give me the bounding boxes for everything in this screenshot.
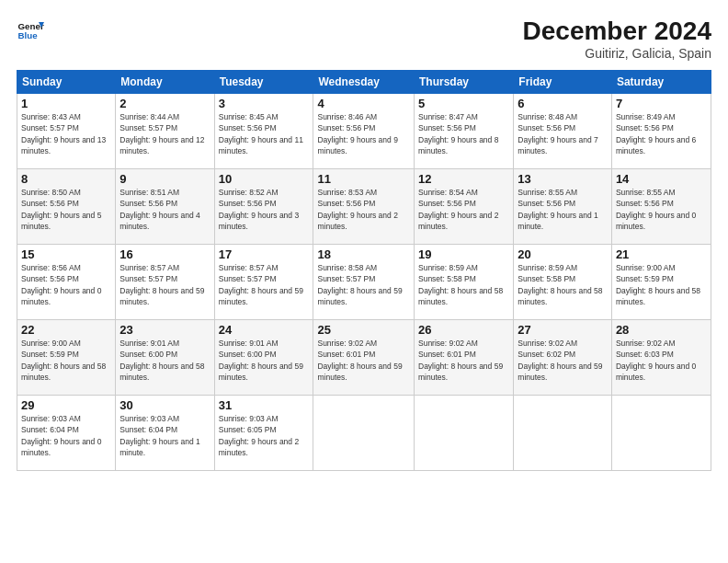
day-detail: Sunrise: 8:58 AM Sunset: 5:57 PM Dayligh… (317, 262, 410, 307)
calendar-cell: 13 Sunrise: 8:55 AM Sunset: 5:56 PM Dayl… (514, 169, 612, 245)
day-detail: Sunrise: 9:00 AM Sunset: 5:59 PM Dayligh… (21, 338, 111, 383)
day-detail: Sunrise: 9:00 AM Sunset: 5:59 PM Dayligh… (616, 262, 707, 307)
calendar-cell: 2 Sunrise: 8:44 AM Sunset: 5:57 PM Dayli… (116, 94, 214, 169)
day-number: 21 (616, 247, 707, 261)
calendar-cell: 3 Sunrise: 8:45 AM Sunset: 5:56 PM Dayli… (214, 94, 313, 169)
calendar-cell: 18 Sunrise: 8:58 AM Sunset: 5:57 PM Dayl… (313, 245, 415, 320)
calendar-cell: 10 Sunrise: 8:52 AM Sunset: 5:56 PM Dayl… (214, 169, 313, 245)
day-number: 3 (219, 97, 310, 110)
day-detail: Sunrise: 8:57 AM Sunset: 5:57 PM Dayligh… (119, 262, 210, 307)
table-row: 1 Sunrise: 8:43 AM Sunset: 5:57 PM Dayli… (17, 94, 711, 169)
calendar-cell: 1 Sunrise: 8:43 AM Sunset: 5:57 PM Dayli… (17, 94, 116, 169)
calendar-cell: 4 Sunrise: 8:46 AM Sunset: 5:56 PM Dayli… (313, 94, 415, 169)
calendar-cell: 6 Sunrise: 8:48 AM Sunset: 5:56 PM Dayli… (514, 94, 612, 169)
day-detail: Sunrise: 8:52 AM Sunset: 5:56 PM Dayligh… (219, 187, 310, 232)
day-number: 12 (418, 172, 509, 186)
col-saturday: Saturday (611, 71, 711, 94)
day-number: 8 (21, 172, 111, 186)
day-number: 18 (317, 247, 410, 261)
calendar-cell: 27 Sunrise: 9:02 AM Sunset: 6:02 PM Dayl… (514, 320, 612, 396)
calendar-cell: 28 Sunrise: 9:02 AM Sunset: 6:03 PM Dayl… (611, 320, 711, 396)
day-number: 25 (317, 323, 410, 337)
logo-icon: General Blue (17, 17, 44, 44)
day-number: 15 (21, 247, 111, 261)
day-detail: Sunrise: 8:44 AM Sunset: 5:57 PM Dayligh… (119, 111, 210, 156)
day-number: 7 (616, 97, 707, 110)
table-row: 15 Sunrise: 8:56 AM Sunset: 5:56 PM Dayl… (17, 245, 711, 320)
day-number: 19 (418, 247, 509, 261)
day-detail: Sunrise: 8:51 AM Sunset: 5:56 PM Dayligh… (119, 187, 210, 232)
day-detail: Sunrise: 9:03 AM Sunset: 6:04 PM Dayligh… (21, 413, 111, 458)
day-detail: Sunrise: 8:53 AM Sunset: 5:56 PM Dayligh… (317, 187, 410, 232)
day-detail: Sunrise: 8:59 AM Sunset: 5:58 PM Dayligh… (418, 262, 509, 307)
day-detail: Sunrise: 8:57 AM Sunset: 5:57 PM Dayligh… (219, 262, 310, 307)
col-sunday: Sunday (17, 71, 116, 94)
day-number: 5 (418, 97, 509, 110)
day-number: 30 (119, 398, 210, 412)
day-detail: Sunrise: 9:01 AM Sunset: 6:00 PM Dayligh… (119, 338, 210, 383)
page: General Blue December 2024 Guitiriz, Gal… (0, 0, 728, 563)
calendar-cell: 21 Sunrise: 9:00 AM Sunset: 5:59 PM Dayl… (611, 245, 711, 320)
day-detail: Sunrise: 9:02 AM Sunset: 6:03 PM Dayligh… (616, 338, 707, 383)
header: General Blue December 2024 Guitiriz, Gal… (17, 17, 711, 61)
day-number: 31 (219, 398, 310, 412)
header-row: Sunday Monday Tuesday Wednesday Thursday… (17, 71, 711, 94)
calendar-cell: 17 Sunrise: 8:57 AM Sunset: 5:57 PM Dayl… (214, 245, 313, 320)
day-detail: Sunrise: 9:01 AM Sunset: 6:00 PM Dayligh… (219, 338, 310, 383)
day-detail: Sunrise: 9:03 AM Sunset: 6:05 PM Dayligh… (219, 413, 310, 458)
calendar-cell: 11 Sunrise: 8:53 AM Sunset: 5:56 PM Dayl… (313, 169, 415, 245)
calendar-cell: 7 Sunrise: 8:49 AM Sunset: 5:56 PM Dayli… (611, 94, 711, 169)
calendar-cell: 25 Sunrise: 9:02 AM Sunset: 6:01 PM Dayl… (313, 320, 415, 396)
calendar-cell: 8 Sunrise: 8:50 AM Sunset: 5:56 PM Dayli… (17, 169, 116, 245)
calendar-cell: 12 Sunrise: 8:54 AM Sunset: 5:56 PM Dayl… (415, 169, 514, 245)
calendar-table: Sunday Monday Tuesday Wednesday Thursday… (17, 70, 711, 471)
day-number: 9 (119, 172, 210, 186)
calendar-cell: 31 Sunrise: 9:03 AM Sunset: 6:05 PM Dayl… (214, 396, 313, 471)
day-detail: Sunrise: 9:02 AM Sunset: 6:02 PM Dayligh… (518, 338, 608, 383)
day-number: 11 (317, 172, 410, 186)
svg-text:Blue: Blue (18, 30, 39, 40)
calendar-cell: 14 Sunrise: 8:55 AM Sunset: 5:56 PM Dayl… (611, 169, 711, 245)
day-detail: Sunrise: 8:49 AM Sunset: 5:56 PM Dayligh… (616, 111, 707, 156)
calendar-cell: 30 Sunrise: 9:03 AM Sunset: 6:04 PM Dayl… (116, 396, 214, 471)
day-number: 26 (418, 323, 509, 337)
day-number: 13 (518, 172, 608, 186)
day-detail: Sunrise: 8:46 AM Sunset: 5:56 PM Dayligh… (317, 111, 410, 156)
col-friday: Friday (514, 71, 612, 94)
calendar-cell: 15 Sunrise: 8:56 AM Sunset: 5:56 PM Dayl… (17, 245, 116, 320)
table-row: 8 Sunrise: 8:50 AM Sunset: 5:56 PM Dayli… (17, 169, 711, 245)
day-detail: Sunrise: 8:48 AM Sunset: 5:56 PM Dayligh… (518, 111, 608, 156)
day-number: 24 (219, 323, 310, 337)
day-number: 16 (119, 247, 210, 261)
calendar-cell (313, 396, 415, 471)
title-block: December 2024 Guitiriz, Galicia, Spain (523, 17, 711, 61)
day-number: 4 (317, 97, 410, 110)
calendar-cell (514, 396, 612, 471)
day-number: 14 (616, 172, 707, 186)
subtitle: Guitiriz, Galicia, Spain (523, 46, 711, 61)
calendar-cell (415, 396, 514, 471)
day-number: 22 (21, 323, 111, 337)
day-detail: Sunrise: 8:47 AM Sunset: 5:56 PM Dayligh… (418, 111, 509, 156)
day-detail: Sunrise: 8:55 AM Sunset: 5:56 PM Dayligh… (518, 187, 608, 232)
day-detail: Sunrise: 9:02 AM Sunset: 6:01 PM Dayligh… (418, 338, 509, 383)
calendar-cell: 29 Sunrise: 9:03 AM Sunset: 6:04 PM Dayl… (17, 396, 116, 471)
day-number: 23 (119, 323, 210, 337)
col-tuesday: Tuesday (214, 71, 313, 94)
calendar-cell: 24 Sunrise: 9:01 AM Sunset: 6:00 PM Dayl… (214, 320, 313, 396)
day-number: 29 (21, 398, 111, 412)
day-detail: Sunrise: 8:59 AM Sunset: 5:58 PM Dayligh… (518, 262, 608, 307)
calendar-cell: 9 Sunrise: 8:51 AM Sunset: 5:56 PM Dayli… (116, 169, 214, 245)
calendar-cell: 26 Sunrise: 9:02 AM Sunset: 6:01 PM Dayl… (415, 320, 514, 396)
day-detail: Sunrise: 8:50 AM Sunset: 5:56 PM Dayligh… (21, 187, 111, 232)
day-detail: Sunrise: 8:54 AM Sunset: 5:56 PM Dayligh… (418, 187, 509, 232)
main-title: December 2024 (523, 17, 711, 46)
day-number: 27 (518, 323, 608, 337)
day-detail: Sunrise: 8:55 AM Sunset: 5:56 PM Dayligh… (616, 187, 707, 232)
day-number: 6 (518, 97, 608, 110)
col-wednesday: Wednesday (313, 71, 415, 94)
table-row: 29 Sunrise: 9:03 AM Sunset: 6:04 PM Dayl… (17, 396, 711, 471)
calendar-cell: 20 Sunrise: 8:59 AM Sunset: 5:58 PM Dayl… (514, 245, 612, 320)
calendar-cell: 16 Sunrise: 8:57 AM Sunset: 5:57 PM Dayl… (116, 245, 214, 320)
day-detail: Sunrise: 8:56 AM Sunset: 5:56 PM Dayligh… (21, 262, 111, 307)
